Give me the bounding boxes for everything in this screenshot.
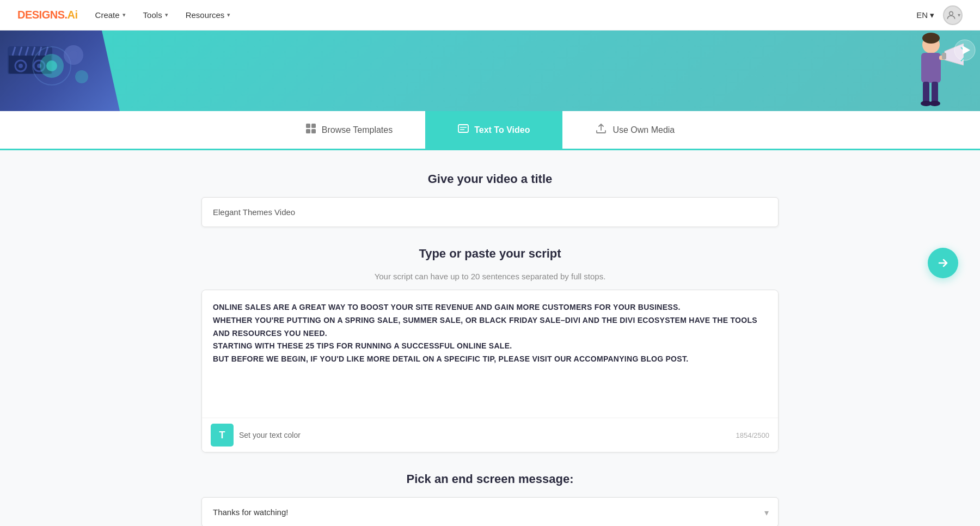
script-section: Type or paste your script Your script ca… (201, 247, 779, 452)
nav-create-label: Create (95, 10, 120, 20)
tab-browse-templates[interactable]: Browse Templates (273, 111, 425, 149)
svg-rect-23 (932, 82, 938, 103)
navbar-left: DESIGNS.Ai Create ▾ Tools ▾ Resources ▾ (17, 8, 230, 22)
end-screen-heading: Pick an end screen message: (201, 472, 779, 486)
svg-rect-35 (458, 125, 468, 132)
lang-chevron: ▾ (930, 10, 934, 20)
svg-point-17 (69, 51, 78, 59)
nav-tools-label: Tools (143, 10, 162, 20)
lang-selector[interactable]: EN ▾ (916, 10, 934, 20)
text-color-button[interactable]: T Set your text color (211, 424, 301, 447)
navbar-right: EN ▾ ▾ (916, 5, 963, 25)
textarea-footer: T Set your text color 1854/2500 (202, 418, 778, 452)
nav-tools-chevron: ▾ (165, 11, 168, 19)
nav-create[interactable]: Create ▾ (95, 8, 126, 22)
svg-point-15 (46, 60, 57, 71)
lang-label: EN (916, 10, 928, 20)
nav-resources[interactable]: Resources ▾ (186, 8, 231, 22)
next-arrow-icon (936, 256, 950, 270)
svg-point-28 (929, 101, 940, 106)
svg-point-10 (19, 64, 23, 68)
browse-templates-label: Browse Templates (322, 125, 393, 135)
navbar: DESIGNS.Ai Create ▾ Tools ▾ Resources ▾ … (0, 0, 980, 30)
text-color-T: T (219, 430, 225, 441)
text-color-box: T (211, 424, 234, 447)
end-screen-section: Pick an end screen message: Thanks for w… (201, 472, 779, 526)
logo-accent: Ai (68, 9, 78, 21)
hero-play-btn[interactable] (954, 39, 976, 63)
svg-rect-34 (311, 129, 316, 133)
hero-right-decoration (817, 30, 980, 111)
svg-rect-31 (306, 124, 310, 128)
decor-circles (30, 33, 95, 101)
script-textarea[interactable]: ONLINE SALES ARE A GREAT WAY TO BOOST YO… (202, 290, 778, 415)
script-textarea-wrapper: ONLINE SALES ARE A GREAT WAY TO BOOST YO… (201, 290, 779, 452)
svg-point-20 (922, 33, 940, 44)
user-avatar[interactable]: ▾ (943, 5, 963, 25)
script-subtitle: Your script can have up to 20 sentences … (201, 272, 779, 281)
tab-text-to-video[interactable]: Text To Video (425, 111, 562, 149)
use-own-media-icon (595, 123, 607, 137)
script-section-heading: Type or paste your script (201, 247, 779, 261)
svg-point-0 (949, 11, 953, 15)
text-to-video-icon (458, 123, 469, 137)
nav-resources-chevron: ▾ (227, 11, 230, 19)
text-to-video-label: Text To Video (474, 125, 530, 135)
use-own-media-label: Use Own Media (612, 125, 675, 135)
avatar-chevron: ▾ (958, 12, 960, 18)
title-section-heading: Give your video a title (201, 172, 779, 186)
browse-templates-icon (305, 123, 316, 137)
main-content: Give your video a title Type or paste yo… (191, 150, 789, 526)
hero-banner (0, 30, 980, 111)
character-illustration (844, 30, 964, 111)
end-screen-dropdown[interactable]: Thanks for watching! Subscribe for more!… (201, 497, 779, 526)
end-screen-dropdown-wrapper: Thanks for watching! Subscribe for more!… (201, 497, 779, 526)
svg-rect-33 (306, 129, 310, 133)
nav-create-chevron: ▾ (122, 11, 126, 19)
hero-left-decoration (0, 30, 120, 111)
title-section: Give your video a title (201, 172, 779, 247)
logo[interactable]: DESIGNS.Ai (17, 9, 78, 21)
logo-text: DESIGNS. (17, 9, 68, 21)
nav-tools[interactable]: Tools ▾ (143, 8, 168, 22)
tab-use-own-media[interactable]: Use Own Media (562, 111, 707, 149)
text-color-label: Set your text color (239, 431, 301, 439)
svg-point-18 (75, 70, 88, 83)
nav-resources-label: Resources (186, 10, 225, 20)
char-count: 1854/2500 (736, 431, 769, 439)
tabs-container: Browse Templates Text To Video Use Own M… (0, 111, 980, 150)
video-title-input[interactable] (201, 197, 779, 227)
svg-rect-26 (942, 53, 946, 59)
svg-rect-21 (921, 53, 941, 83)
next-fab-button[interactable] (928, 248, 958, 278)
svg-rect-22 (923, 82, 929, 103)
svg-rect-32 (311, 124, 316, 128)
